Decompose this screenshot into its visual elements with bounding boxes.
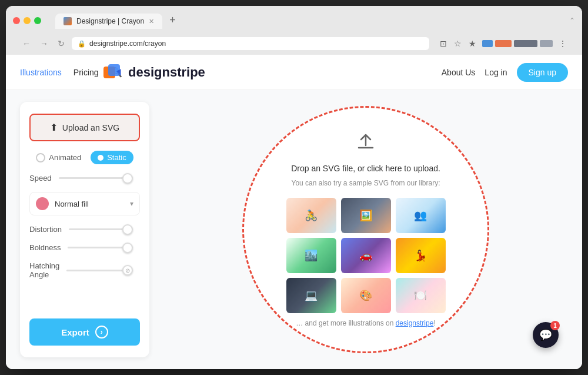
- hatching-slider[interactable]: ⊘: [66, 270, 133, 271]
- address-bar[interactable]: 🔒 designstripe.com/crayon: [72, 37, 429, 50]
- url-text: designstripe.com/crayon: [89, 39, 166, 48]
- designstripe-link[interactable]: designstripe: [396, 319, 434, 327]
- illustration-thumb-8[interactable]: 🎨: [341, 278, 391, 313]
- drop-circle[interactable]: Drop an SVG file, or click here to uploa…: [242, 106, 489, 353]
- window-control: ⌃: [569, 16, 575, 25]
- more-options-icon[interactable]: ⋮: [557, 38, 568, 49]
- browser-controls: Designstripe | Crayon ✕ + ⌃: [13, 12, 575, 29]
- navbar: Illustrations Pricing 🔍 designstripe Abo…: [6, 55, 582, 90]
- logo-text: designstripe: [128, 65, 205, 80]
- animated-radio[interactable]: [36, 153, 45, 162]
- drop-subtitle: You can also try a sample SVG from our l…: [292, 179, 440, 187]
- illustration-thumb-2[interactable]: 🖼️: [341, 198, 391, 233]
- speed-slider[interactable]: [59, 177, 133, 179]
- drop-footer-end: !: [433, 319, 435, 327]
- left-panel: ⬆ Upload an SVG Animated Static Speed: [20, 102, 149, 357]
- tab-bar: Designstripe | Crayon ✕ +: [55, 12, 564, 29]
- illustrations-grid: 🚴 🖼️ 👥 🏙️ 🚗: [286, 198, 446, 313]
- illus-content-6: 💃: [396, 238, 446, 273]
- nav-login-link[interactable]: Log in: [485, 68, 507, 77]
- animated-label: Animated: [49, 153, 81, 162]
- illustration-thumb-4[interactable]: 🏙️: [286, 238, 336, 273]
- nav-right: About Us Log in Sign up: [442, 63, 568, 82]
- tab-favicon: [64, 17, 72, 25]
- extension-icon-1: [482, 40, 493, 47]
- nav-about-link[interactable]: About Us: [442, 68, 476, 77]
- boldness-slider[interactable]: [68, 247, 133, 248]
- address-bar-row: ← → ↻ 🔒 designstripe.com/crayon ⊡ ☆ ★ ⋮: [13, 34, 575, 55]
- speed-thumb[interactable]: [122, 173, 133, 184]
- illus-content-7: 💻: [286, 278, 336, 313]
- hatching-thumb[interactable]: ⊘: [122, 265, 133, 276]
- export-button[interactable]: Export ›: [29, 318, 140, 346]
- browser-actions: ⊡ ☆ ★ ⋮: [439, 38, 568, 49]
- browser-chrome: Designstripe | Crayon ✕ + ⌃ ← → ↻ 🔒 desi…: [6, 6, 582, 55]
- export-circle-icon: ›: [95, 326, 108, 339]
- illus-content-9: 🍽️: [396, 278, 446, 313]
- nav-signup-button[interactable]: Sign up: [517, 63, 568, 82]
- illus-content-2: 🖼️: [341, 198, 391, 233]
- maximize-window-button[interactable]: [34, 17, 41, 24]
- browser-window: Designstripe | Crayon ✕ + ⌃ ← → ↻ 🔒 desi…: [6, 6, 582, 369]
- hatching-row: Hatching Angle ⊘: [29, 261, 140, 279]
- illustration-thumb-6[interactable]: 💃: [396, 238, 446, 273]
- drop-footer: … and get more illustrations on designst…: [296, 319, 435, 327]
- extension-icon-2: [495, 40, 512, 47]
- active-tab[interactable]: Designstripe | Crayon ✕: [55, 14, 162, 29]
- chevron-down-icon: ▾: [130, 200, 133, 208]
- illustration-thumb-1[interactable]: 🚴: [286, 198, 336, 233]
- nav-pricing-link[interactable]: Pricing: [74, 68, 99, 77]
- distortion-slider[interactable]: [69, 228, 133, 230]
- page-content: Illustrations Pricing 🔍 designstripe Abo…: [6, 55, 582, 369]
- illus-content-1: 🚴: [286, 198, 336, 233]
- boldness-thumb[interactable]: [122, 243, 133, 253]
- speed-row: Speed: [29, 174, 140, 182]
- tab-close-button[interactable]: ✕: [149, 18, 154, 25]
- distortion-label: Distortion: [29, 225, 62, 234]
- toggle-row: Animated Static: [29, 151, 140, 164]
- static-option[interactable]: Static: [91, 151, 133, 164]
- traffic-lights: [13, 17, 41, 24]
- illus-content-5: 🚗: [341, 238, 391, 273]
- extension-icons: [482, 40, 553, 47]
- bookmark-icon[interactable]: ☆: [453, 38, 463, 49]
- chat-badge: 1: [550, 321, 560, 330]
- star-icon[interactable]: ★: [467, 38, 477, 49]
- color-swatch: [36, 197, 49, 210]
- drop-upload-icon: [356, 132, 375, 155]
- main-area: ⬆ Upload an SVG Animated Static Speed: [6, 90, 582, 369]
- svg-rect-1: [108, 64, 120, 76]
- upload-svg-button[interactable]: ⬆ Upload an SVG: [29, 114, 140, 141]
- refresh-button[interactable]: ↻: [55, 38, 67, 49]
- extension-icon-4: [540, 40, 553, 47]
- export-label: Export: [61, 327, 89, 337]
- nav-logo: designstripe: [102, 62, 205, 83]
- illustration-thumb-7[interactable]: 💻: [286, 278, 336, 313]
- illustration-thumb-3[interactable]: 👥: [396, 198, 446, 233]
- nav-illustrations-link[interactable]: Illustrations: [20, 68, 62, 77]
- color-row[interactable]: Normal fill ▾: [29, 192, 140, 215]
- close-window-button[interactable]: [13, 17, 20, 24]
- new-tab-button[interactable]: +: [165, 12, 181, 29]
- logo-icon: [102, 62, 123, 83]
- distortion-thumb[interactable]: [122, 224, 133, 235]
- minimize-window-button[interactable]: [24, 17, 31, 24]
- drop-footer-text: … and get more illustrations on: [296, 319, 395, 327]
- animated-option[interactable]: Animated: [36, 153, 81, 162]
- boldness-label: Boldness: [29, 243, 61, 252]
- illustration-thumb-9[interactable]: 🍽️: [396, 278, 446, 313]
- static-label: Static: [107, 153, 126, 162]
- upload-icon: ⬆: [50, 122, 58, 133]
- hatching-symbol-icon: ⊘: [125, 267, 130, 274]
- upload-btn-label: Upload an SVG: [62, 123, 119, 132]
- static-radio: [98, 155, 103, 161]
- illus-content-8: 🎨: [341, 278, 391, 313]
- chat-icon: 💬: [539, 328, 552, 341]
- back-button[interactable]: ←: [20, 38, 33, 49]
- chat-widget[interactable]: 💬 1: [533, 322, 559, 348]
- forward-button[interactable]: →: [38, 38, 51, 49]
- illus-content-4: 🏙️: [286, 238, 336, 273]
- cast-icon[interactable]: ⊡: [439, 38, 448, 49]
- hatching-label: Hatching Angle: [29, 261, 59, 279]
- illustration-thumb-5[interactable]: 🚗: [341, 238, 391, 273]
